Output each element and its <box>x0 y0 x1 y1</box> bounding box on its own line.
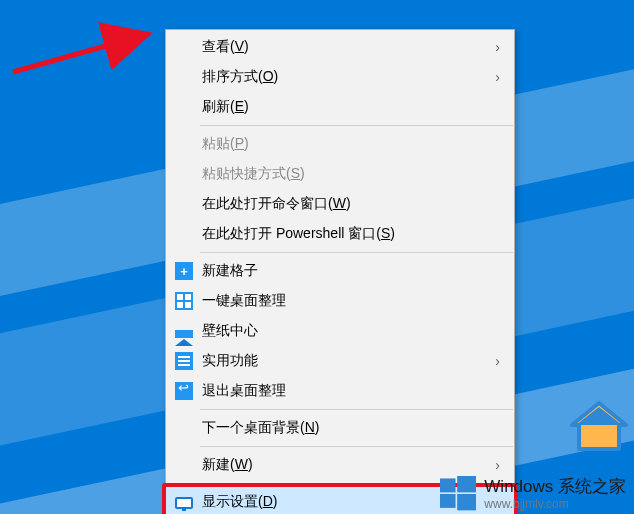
menu-item-wallpaper-center[interactable]: 壁纸中心 <box>166 316 514 346</box>
menu-item-view[interactable]: 查看(V) › <box>166 32 514 62</box>
list-icon <box>175 352 193 370</box>
menu-separator <box>200 252 513 253</box>
menu-item-paste: 粘贴(P) <box>166 129 514 159</box>
menu-item-sort[interactable]: 排序方式(O) › <box>166 62 514 92</box>
menu-item-exit-desktop-arrange[interactable]: 退出桌面整理 <box>166 376 514 406</box>
menu-item-paste-shortcut: 粘贴快捷方式(S) <box>166 159 514 189</box>
menu-item-new-grid[interactable]: + 新建格子 <box>166 256 514 286</box>
chevron-right-icon: › <box>495 69 500 85</box>
menu-label: 查看(V) <box>202 38 249 56</box>
svg-line-1 <box>13 34 148 72</box>
menu-item-next-wallpaper[interactable]: 下一个桌面背景(N) <box>166 413 514 443</box>
menu-label: 显示设置(D) <box>202 493 277 511</box>
chevron-right-icon: › <box>495 353 500 369</box>
chevron-right-icon: › <box>495 39 500 55</box>
menu-label: 粘贴快捷方式(S) <box>202 165 305 183</box>
plus-icon: + <box>175 262 193 280</box>
menu-label: 新建(W) <box>202 456 253 474</box>
monitor-icon <box>175 497 193 509</box>
watermark: Windows 系统之家 www.bjjmlv.com <box>432 472 634 514</box>
annotation-arrow-icon <box>8 20 168 80</box>
menu-label: 刷新(E) <box>202 98 249 116</box>
svg-rect-6 <box>440 494 456 508</box>
windows-logo-icon <box>440 476 476 512</box>
menu-label: 实用功能 <box>202 352 258 370</box>
watermark-url: www.bjjmlv.com <box>484 497 626 511</box>
exit-icon <box>175 382 193 400</box>
menu-label: 退出桌面整理 <box>202 382 286 400</box>
menu-label: 在此处打开命令窗口(W) <box>202 195 351 213</box>
svg-rect-4 <box>440 478 456 492</box>
svg-rect-5 <box>457 476 476 492</box>
menu-separator <box>200 125 513 126</box>
menu-item-open-cmd[interactable]: 在此处打开命令窗口(W) <box>166 189 514 219</box>
menu-label: 下一个桌面背景(N) <box>202 419 319 437</box>
menu-label: 壁纸中心 <box>202 322 258 340</box>
cube-icon <box>175 323 193 339</box>
desktop-context-menu: 查看(V) › 排序方式(O) › 刷新(E) 粘贴(P) 粘贴快捷方式(S) … <box>165 29 515 514</box>
grid-icon <box>175 292 193 310</box>
svg-rect-7 <box>457 494 476 510</box>
menu-label: 一键桌面整理 <box>202 292 286 310</box>
menu-separator <box>200 409 513 410</box>
menu-item-practical-functions[interactable]: 实用功能 › <box>166 346 514 376</box>
menu-item-refresh[interactable]: 刷新(E) <box>166 92 514 122</box>
menu-item-one-click-arrange[interactable]: 一键桌面整理 <box>166 286 514 316</box>
menu-label: 粘贴(P) <box>202 135 249 153</box>
menu-separator <box>200 446 513 447</box>
menu-item-open-powershell[interactable]: 在此处打开 Powershell 窗口(S) <box>166 219 514 249</box>
chevron-right-icon: › <box>495 457 500 473</box>
menu-label: 排序方式(O) <box>202 68 278 86</box>
menu-label: 新建格子 <box>202 262 258 280</box>
menu-label: 在此处打开 Powershell 窗口(S) <box>202 225 395 243</box>
house-logo-icon <box>568 401 630 456</box>
watermark-title: Windows 系统之家 <box>484 477 626 497</box>
